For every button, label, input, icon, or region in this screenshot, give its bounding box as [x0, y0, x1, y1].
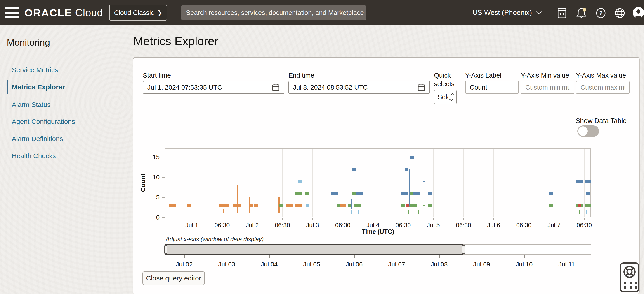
console-icon[interactable]	[556, 8, 567, 18]
show-data-table-toggle[interactable]	[577, 126, 599, 137]
slider-tick	[439, 255, 440, 258]
data-mark	[416, 192, 420, 195]
x-tick-label: Jul 5	[427, 222, 440, 229]
y-tick-label: 5	[156, 194, 160, 201]
data-mark	[579, 210, 580, 214]
globe-language-icon[interactable]	[614, 8, 625, 18]
data-mark	[187, 204, 191, 207]
data-mark	[359, 192, 363, 195]
hamburger-menu-icon[interactable]	[4, 7, 20, 18]
data-mark	[410, 156, 414, 159]
data-mark	[358, 210, 359, 214]
slider-left-handle[interactable]	[164, 245, 168, 254]
slider-right-handle[interactable]	[462, 245, 465, 254]
x-tick	[343, 218, 343, 220]
y-tick	[162, 217, 165, 218]
data-mark	[352, 168, 356, 171]
chart-gridline	[524, 149, 524, 217]
quick-selects-label-line2: selects	[434, 80, 454, 88]
sidebar-item-agent-configurations[interactable]: Agent Configurations	[12, 117, 116, 127]
data-mark	[306, 204, 310, 207]
x-tick	[524, 218, 524, 220]
help-widget	[620, 262, 639, 292]
show-data-table-label: Show Data Table	[576, 117, 626, 125]
metrics-chart-plot: Jul 106:30Jul 206:30Jul 306:30Jul 406:30…	[165, 148, 591, 217]
sidebar-item-alarm-status[interactable]: Alarm Status	[12, 100, 116, 110]
x-axis-range-slider[interactable]	[165, 244, 591, 255]
calendar-icon[interactable]	[417, 83, 426, 91]
y-axis-max-input[interactable]: Custom maximum	[576, 81, 630, 94]
calendar-icon[interactable]	[272, 83, 280, 91]
slider-tick	[397, 255, 397, 258]
y-axis-min-label: Y-Axis Min value	[521, 72, 569, 79]
data-mark	[289, 204, 293, 207]
data-mark	[418, 210, 419, 214]
chevron-right-icon: ❯	[157, 9, 162, 16]
toggle-knob	[578, 126, 588, 136]
data-mark	[218, 204, 222, 207]
start-time-input[interactable]: Jul 1, 2024 07:53:35 UTC	[143, 81, 284, 94]
x-tick	[494, 218, 494, 220]
x-tick-label: Jul 7	[548, 222, 560, 229]
x-tick	[373, 218, 373, 220]
lifebuoy-help-icon[interactable]	[623, 265, 636, 279]
data-mark	[413, 204, 417, 207]
chart-y-axis-title: Count	[140, 174, 147, 192]
sidebar-item-service-metrics[interactable]: Service Metrics	[12, 65, 116, 75]
notifications-bell-icon[interactable]	[576, 8, 587, 18]
data-mark	[409, 169, 410, 206]
close-query-editor-label: Close query editor	[146, 274, 201, 282]
slider-tick-label: Jul 03	[218, 261, 235, 268]
slider-selected-range[interactable]	[165, 244, 464, 255]
adjust-x-axis-label: Adjust x-axis (window of data display)	[166, 236, 264, 243]
data-mark	[587, 180, 591, 183]
end-time-value: Jul 8, 2024 08:53:52 UTC	[293, 84, 368, 91]
x-tick-label: 06:30	[577, 222, 592, 229]
y-axis-label-label: Y-Axis Label	[465, 72, 501, 79]
x-tick-label: Jul 2	[246, 222, 258, 229]
data-mark	[342, 204, 346, 207]
data-mark	[305, 192, 309, 195]
y-tick	[162, 177, 165, 178]
x-tick	[403, 218, 404, 220]
y-tick-label: 15	[152, 154, 160, 161]
end-time-input[interactable]: Jul 8, 2024 08:53:52 UTC	[288, 81, 430, 94]
data-mark	[404, 168, 408, 171]
sidebar-item-health-checks[interactable]: Health Checks	[12, 151, 116, 161]
y-axis-label-input[interactable]: Count	[465, 81, 519, 94]
user-avatar[interactable]	[632, 7, 644, 18]
global-search-input[interactable]: Search resources, services, documentatio…	[181, 5, 366, 20]
data-mark	[334, 192, 338, 195]
slider-tick	[567, 255, 567, 258]
data-mark	[428, 192, 432, 195]
app-grid-icon[interactable]	[624, 282, 637, 289]
y-tick-label: 10	[152, 174, 160, 181]
sidebar-item-alarm-definitions[interactable]: Alarm Definitions	[12, 134, 116, 144]
data-mark	[586, 192, 590, 195]
chart-gridline	[464, 149, 464, 217]
slider-tick-label: Jul 08	[431, 261, 448, 268]
x-tick	[192, 218, 192, 220]
chart-gridline	[554, 149, 554, 217]
logo-oracle-text: ORACLE	[24, 6, 72, 19]
help-icon[interactable]: ?	[596, 8, 606, 18]
cloud-classic-button[interactable]: Cloud Classic ❯	[109, 5, 167, 20]
y-tick	[162, 197, 165, 198]
chart-gridline	[494, 149, 494, 217]
x-tick	[252, 218, 252, 220]
data-mark	[298, 180, 302, 183]
x-tick	[433, 218, 434, 220]
quick-selects-dropdown[interactable]: Select	[434, 90, 456, 104]
y-axis-min-input[interactable]: Custom minimum	[521, 81, 574, 94]
close-query-editor-button[interactable]: Close query editor	[142, 272, 205, 285]
chart-gridline	[433, 149, 434, 217]
chart-gridline	[373, 149, 373, 217]
sidebar-item-metrics-explorer[interactable]: Metrics Explorer	[12, 82, 116, 92]
top-bar: ORACLE Cloud Cloud Classic ❯ Search reso…	[0, 0, 644, 25]
x-tick	[222, 218, 222, 220]
x-tick-label: 06:30	[214, 222, 230, 229]
data-mark	[237, 185, 238, 213]
sidebar-title: Monitoring	[7, 37, 50, 48]
data-mark	[586, 210, 587, 214]
region-selector[interactable]: US West (Phoenix)	[472, 0, 543, 25]
